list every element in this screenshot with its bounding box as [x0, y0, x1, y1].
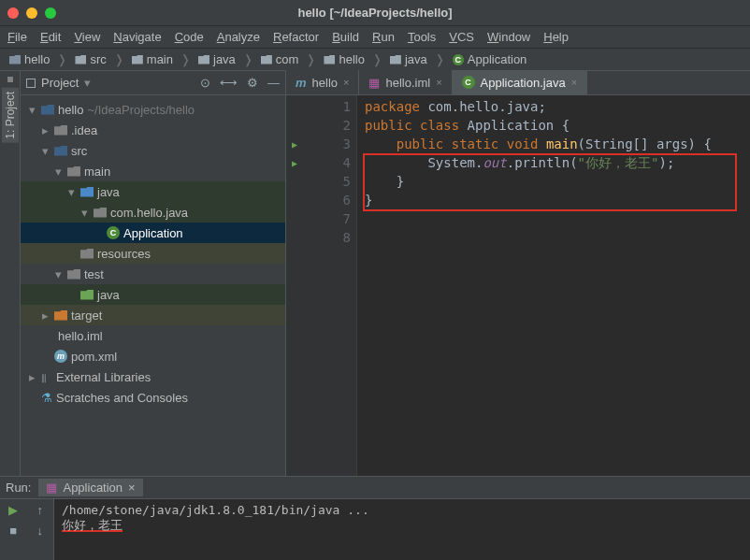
down-stack-icon[interactable]: ↓ [37, 524, 44, 538]
tree-node-src[interactable]: src [21, 140, 285, 161]
run-output[interactable]: /home/stone/java/jdk1.8.0_181/bin/java .… [54, 499, 750, 560]
tree-node-hello-iml[interactable]: hello.iml [21, 325, 285, 346]
tree-item-label: test [84, 267, 104, 281]
tree-node-scratches-and-consoles[interactable]: Scratches and Consoles [21, 387, 285, 408]
tree-node-resources[interactable]: resources [21, 243, 285, 264]
tree-node-pom-xml[interactable]: pom.xml [21, 346, 285, 366]
tree-item-label: pom.xml [71, 350, 117, 364]
expand-arrow-icon[interactable] [52, 267, 64, 281]
close-tab-icon[interactable]: × [571, 77, 577, 88]
run-line-icon[interactable] [286, 153, 303, 172]
project-header: Project ▾ [21, 71, 285, 95]
expand-arrow-icon[interactable] [79, 206, 90, 220]
tree-node-application[interactable]: Application [21, 223, 285, 243]
menu-build[interactable]: Build [332, 30, 359, 44]
run-tool-window: Run: ▦ Application × ▶ ↑ ■ ↓ /home/stone… [0, 476, 750, 560]
tree-node-external-libraries[interactable]: External Libraries [21, 366, 285, 387]
close-tab-icon[interactable]: × [436, 77, 441, 88]
breadcrumb-label: java [405, 52, 427, 66]
editor-tab-hello[interactable]: mhello× [286, 70, 359, 94]
tree-node-test[interactable]: test [21, 264, 285, 284]
tree-item-label: Scratches and Consoles [56, 391, 188, 405]
window-title: hello [~/IdeaProjects/hello] [297, 6, 452, 20]
breadcrumb-src[interactable]: src [71, 50, 109, 68]
tool-button-icon[interactable] [7, 77, 13, 82]
code-editor[interactable]: 12345678 package com.hello.java;public c… [286, 95, 750, 476]
settings-icon[interactable] [247, 76, 258, 90]
tree-item-icon [54, 125, 67, 136]
breadcrumb-hello[interactable]: hello [6, 50, 53, 68]
expand-arrow-icon[interactable] [26, 370, 37, 384]
breadcrumb-java[interactable]: java [386, 50, 431, 68]
folder-icon [75, 55, 86, 65]
project-header-label[interactable]: Project [41, 76, 79, 90]
breadcrumb-main[interactable]: main [128, 50, 177, 68]
tree-item-label: src [71, 144, 87, 158]
menu-view[interactable]: View [74, 30, 100, 44]
tree-item-label: hello [58, 103, 83, 117]
menu-navigate[interactable]: Navigate [113, 30, 161, 44]
editor-tab-application-java[interactable]: Application.java× [453, 70, 588, 94]
menu-run[interactable]: Run [372, 30, 395, 44]
menu-edit[interactable]: Edit [40, 30, 61, 44]
folder-icon [390, 55, 401, 65]
run-tab-icon: ▦ [46, 481, 57, 495]
tree-node-hello[interactable]: hello ~/IdeaProjects/hello [21, 99, 285, 120]
up-stack-icon[interactable]: ↑ [37, 503, 44, 517]
tab-file-icon: ▦ [368, 76, 380, 90]
project-tool-tab[interactable]: 1: Project [2, 88, 19, 143]
tree-item-label: main [84, 165, 110, 179]
tree-node-main[interactable]: main [21, 161, 285, 181]
menu-refactor[interactable]: Refactor [273, 30, 319, 44]
project-dropdown-icon[interactable]: ▾ [84, 76, 91, 90]
menu-file[interactable]: File [7, 30, 27, 44]
chevron-right-icon [55, 52, 69, 66]
breadcrumb-com[interactable]: com [257, 50, 303, 68]
tree-node-java[interactable]: java [21, 284, 285, 305]
expand-arrow-icon[interactable] [39, 123, 50, 137]
tree-item-path: ~/IdeaProjects/hello [87, 103, 195, 117]
project-tree[interactable]: hello ~/IdeaProjects/hello.ideasrcmainja… [21, 95, 285, 476]
minimize-window-button[interactable] [26, 7, 37, 19]
menu-window[interactable]: Window [487, 30, 530, 44]
menu-help[interactable]: Help [543, 30, 569, 44]
tree-item-label: com.hello.java [110, 206, 188, 220]
select-opened-file-icon[interactable] [200, 76, 210, 90]
rerun-icon[interactable]: ▶ [8, 503, 18, 517]
tree-node-com-hello-java[interactable]: com.hello.java [21, 202, 285, 223]
menu-analyze[interactable]: Analyze [217, 30, 260, 44]
menu-tools[interactable]: Tools [408, 30, 436, 44]
breadcrumb-application[interactable]: Application [449, 50, 531, 68]
chevron-right-icon [241, 52, 255, 66]
editor-tab-hello-iml[interactable]: ▦hello.iml× [359, 70, 452, 94]
menu-vcs[interactable]: VCS [449, 30, 474, 44]
title-bar: hello [~/IdeaProjects/hello] [0, 0, 750, 26]
close-window-button[interactable] [7, 7, 19, 19]
expand-arrow-icon[interactable] [65, 185, 77, 199]
tree-node-target[interactable]: target [21, 305, 285, 325]
expand-arrow-icon[interactable] [52, 165, 64, 179]
tree-item-label: Application [123, 226, 183, 240]
breadcrumb-java[interactable]: java [195, 50, 239, 68]
close-run-tab-icon[interactable]: × [128, 481, 136, 495]
tree-node--idea[interactable]: .idea [21, 120, 285, 140]
expand-arrow-icon[interactable] [39, 309, 50, 323]
collapse-all-icon[interactable] [220, 76, 238, 90]
navigation-breadcrumbs: hellosrcmainjavacomhellojavaApplication [0, 49, 750, 71]
code-text[interactable]: package com.hello.java;public class Appl… [357, 95, 750, 476]
menu-code[interactable]: Code [175, 30, 204, 44]
folder-icon [198, 55, 209, 65]
breadcrumb-hello[interactable]: hello [320, 50, 368, 68]
expand-arrow-icon[interactable] [39, 144, 50, 158]
gutter-run-marks[interactable] [286, 95, 303, 476]
close-tab-icon[interactable]: × [343, 77, 349, 88]
stop-icon[interactable]: ■ [9, 524, 17, 538]
expand-arrow-icon[interactable] [26, 103, 37, 117]
hide-tool-icon[interactable] [267, 76, 280, 90]
maximize-window-button[interactable] [45, 7, 56, 19]
run-line-icon[interactable] [286, 135, 303, 153]
tab-file-icon [462, 76, 475, 89]
tree-node-java[interactable]: java [21, 181, 285, 202]
tab-label: Application.java [481, 76, 566, 90]
run-config-tab[interactable]: ▦ Application × [38, 479, 142, 496]
